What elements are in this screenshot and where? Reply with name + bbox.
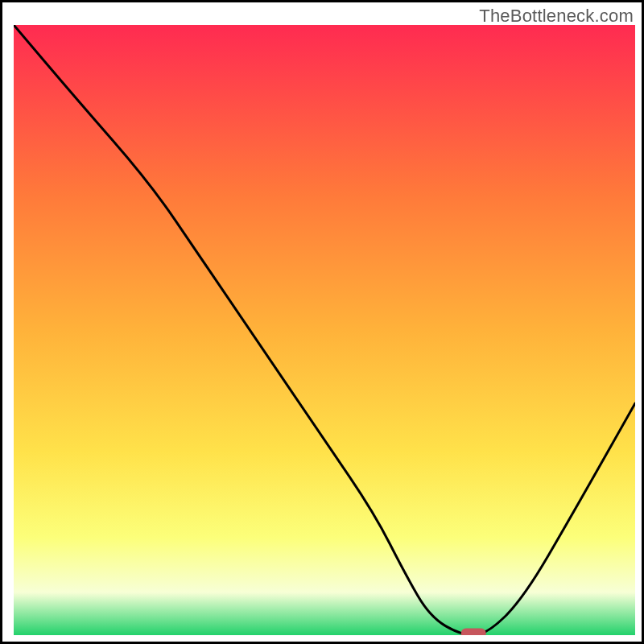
optimal-marker bbox=[461, 629, 486, 636]
watermark-label: TheBottleneck.com bbox=[479, 6, 634, 27]
gradient-background bbox=[14, 25, 635, 635]
chart-frame: TheBottleneck.com bbox=[0, 0, 644, 644]
plot-svg bbox=[14, 25, 635, 635]
plot-area bbox=[14, 25, 635, 635]
